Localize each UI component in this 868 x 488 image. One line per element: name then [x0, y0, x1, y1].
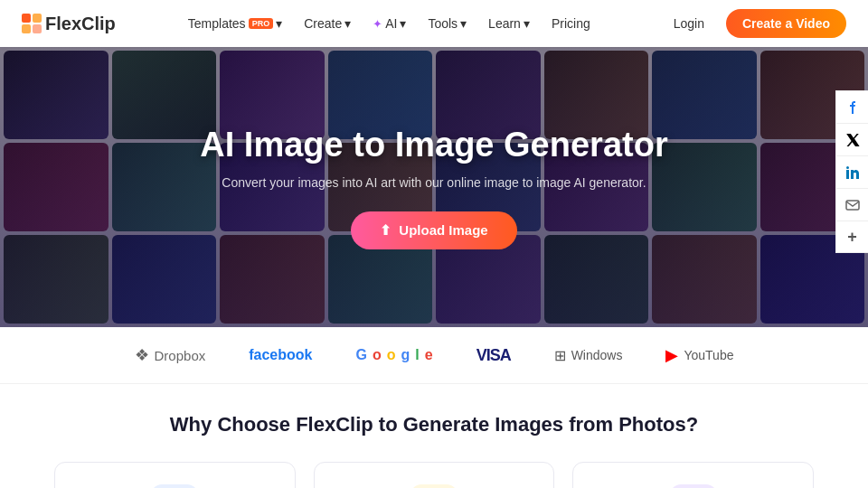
features-cards: ⬆ Keep Updated Our image to image genera…	[54, 462, 814, 488]
nav-create[interactable]: Create ▾	[304, 16, 351, 31]
brand-dropbox: ❖ Dropbox	[135, 345, 206, 365]
svg-rect-2	[22, 24, 31, 33]
more-share-button[interactable]: +	[835, 221, 868, 253]
windows-icon: ⊞	[554, 347, 566, 364]
brand-windows: ⊞ Windows	[554, 347, 623, 364]
hero-content: AI Image to Image Generator Convert your…	[182, 126, 685, 249]
linkedin-share-button[interactable]	[835, 155, 868, 188]
features-title: Why Choose FlexClip to Generate Images f…	[54, 413, 814, 436]
brand-visa: VISA	[476, 346, 511, 365]
svg-rect-1	[33, 14, 42, 23]
rich-ai-icon-wrap: ✦	[670, 484, 717, 488]
dropbox-icon: ❖	[135, 345, 149, 365]
facebook-share-button[interactable]	[835, 90, 868, 123]
youtube-label: YouTube	[684, 348, 733, 362]
email-share-button[interactable]	[835, 188, 868, 221]
svg-rect-4	[846, 170, 849, 179]
upload-icon: ⬆	[380, 222, 392, 239]
facebook-icon	[845, 100, 860, 115]
login-button[interactable]: Login	[663, 11, 715, 36]
youtube-icon: ▶	[665, 345, 678, 365]
nav-links: Templates PRO ▾ Create ▾ ✦ AI ▾ Tools ▾ …	[188, 16, 590, 31]
svg-rect-3	[33, 24, 42, 33]
twitter-share-button[interactable]	[835, 123, 868, 155]
create-video-button[interactable]: Create a Video	[726, 9, 846, 38]
nav-pricing[interactable]: Pricing	[552, 16, 590, 31]
svg-rect-0	[22, 14, 31, 23]
dropbox-label: Dropbox	[155, 348, 206, 363]
bg-tile	[4, 51, 108, 139]
nav-learn[interactable]: Learn ▾	[488, 16, 530, 31]
features-section: Why Choose FlexClip to Generate Images f…	[0, 384, 868, 488]
linkedin-icon	[845, 165, 860, 180]
upload-label: Upload Image	[399, 222, 487, 238]
brand-facebook: facebook	[249, 347, 312, 363]
logo-text: FlexClip	[45, 14, 116, 34]
feature-keep-updated: ⬆ Keep Updated Our image to image genera…	[54, 462, 296, 488]
twitter-icon	[845, 133, 860, 147]
logo-icon	[22, 14, 42, 33]
logo[interactable]: FlexClip	[22, 14, 116, 34]
feature-high-quality: ✦ High-Quality Results The advanced AI m…	[314, 462, 555, 488]
upload-image-button[interactable]: ⬆ Upload Image	[351, 211, 516, 249]
email-icon	[845, 198, 860, 212]
nav-tools[interactable]: Tools ▾	[428, 16, 467, 31]
social-share-sidebar: +	[835, 90, 868, 253]
nav-ai[interactable]: ✦ AI ▾	[373, 16, 406, 31]
svg-rect-6	[846, 201, 859, 210]
social-proof-bar: ❖ Dropbox facebook Google VISA ⊞ Windows…	[0, 327, 868, 384]
keep-updated-icon-wrap: ⬆	[151, 484, 198, 488]
hero-section: AI Image to Image Generator Convert your…	[0, 47, 868, 327]
brand-youtube: ▶ YouTube	[665, 345, 733, 365]
svg-point-5	[846, 166, 849, 169]
nav-actions: Login Create a Video	[663, 9, 846, 38]
feature-rich-ai: ✦ Rich AI Features We provide many AI to…	[572, 462, 814, 488]
nav-templates[interactable]: Templates PRO ▾	[188, 16, 282, 31]
facebook-label: facebook	[249, 347, 312, 363]
plus-icon: +	[847, 228, 857, 247]
bg-tile	[4, 235, 108, 324]
high-quality-icon-wrap: ✦	[410, 484, 458, 488]
navbar: FlexClip Templates PRO ▾ Create ▾ ✦ AI ▾…	[0, 0, 868, 47]
hero-title: AI Image to Image Generator	[200, 126, 667, 164]
brand-google: Google	[355, 347, 432, 363]
bg-tile	[4, 143, 108, 231]
visa-label: VISA	[476, 346, 511, 365]
windows-label: Windows	[571, 348, 623, 362]
hero-subtitle: Convert your images into AI art with our…	[200, 175, 667, 190]
